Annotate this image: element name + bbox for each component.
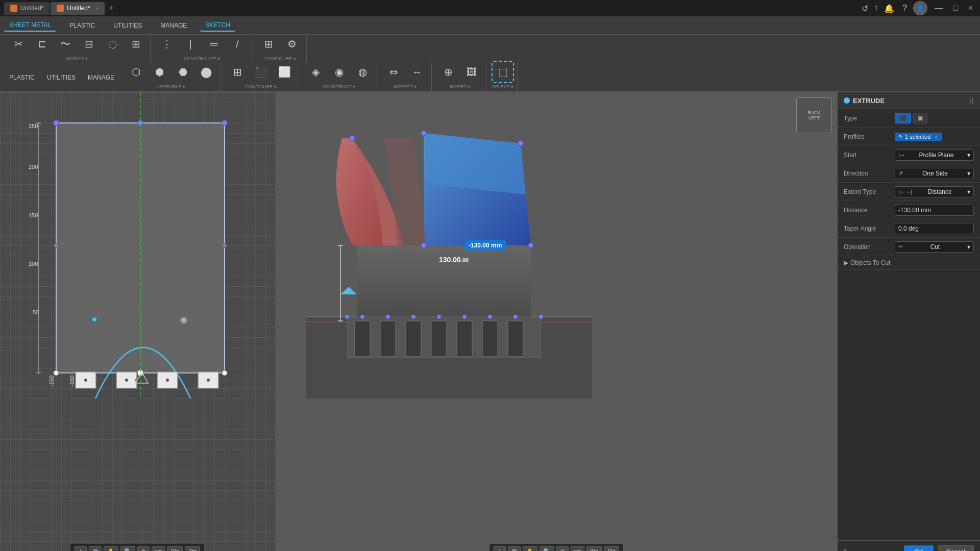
sketch-nav-btn1[interactable]: ⊹ — [75, 546, 87, 551]
close-button[interactable]: × — [965, 3, 976, 14]
sketch-grid-btn[interactable]: ⊞▾ — [167, 546, 183, 551]
sketch-display-btn[interactable]: □▾ — [152, 546, 165, 551]
fillet-tool[interactable]: ◌ — [101, 33, 124, 55]
insert-tool1[interactable]: ⊕ — [437, 61, 459, 83]
configure2-tool2[interactable]: ⬛ — [250, 61, 272, 83]
sketch-more-btn[interactable]: ⊡▾ — [185, 546, 200, 551]
insert-group: ⊕ 🖼 INSERT ▾ — [434, 63, 486, 91]
inspect-icon1: ⇔ — [389, 66, 398, 78]
toolbar-tab-utilities2[interactable]: UTILITIES — [42, 72, 81, 83]
assemble-tool2[interactable]: ⬢ — [148, 61, 170, 83]
inspect-tool2[interactable]: ↔ — [406, 61, 428, 83]
configure-group2-wrap: ⊞ ⬛ ⬜ CONFIGURE ▾ — [226, 63, 296, 91]
sketch-panel: 250 200 150 100 50 -150 -100 -50 ⊹ ▣ ✋ 🔍… — [0, 92, 276, 551]
inspect-tool1[interactable]: ⇔ — [382, 61, 405, 83]
sketch-zoom-btn[interactable]: 🔍 — [120, 546, 135, 551]
equal-tool[interactable]: ═ — [203, 33, 225, 55]
measurement-popup[interactable]: -130.00 mm — [464, 240, 506, 251]
profiles-badge[interactable]: ↖ 1 selected × — [895, 133, 942, 141]
profiles-clear-btn[interactable]: × — [935, 134, 938, 140]
user-avatar[interactable]: 👤 — [913, 1, 927, 15]
type-surface-btn[interactable]: ▣ — [913, 113, 927, 123]
construct-tool3[interactable]: ◍ — [351, 61, 374, 83]
3d-zoomfit-btn[interactable]: ⊕ — [556, 546, 569, 551]
cancel-button[interactable]: Cancel — [938, 545, 974, 551]
3d-pan-btn[interactable]: ✋ — [523, 546, 537, 551]
tab-untitled1[interactable]: Untitled* — [4, 2, 50, 15]
spline-tool[interactable]: 〜 — [54, 33, 77, 55]
refresh-button[interactable]: ↺ — [860, 2, 870, 15]
insert-tool2[interactable]: 🖼 — [460, 61, 483, 83]
tab-untitled2[interactable]: Untitled* × — [51, 2, 104, 15]
toolbar-tab-plastic2[interactable]: PLASTIC — [4, 72, 40, 83]
3d-more-btn[interactable]: ⊡▾ — [604, 546, 619, 551]
toolbar-tab-manage2[interactable]: MANAGE — [83, 72, 119, 83]
panel-expand-btn[interactable]: ⟩⟩ — [969, 96, 974, 105]
svg-point-53 — [345, 315, 349, 319]
configure2-tool1[interactable]: ⊞ — [226, 61, 249, 83]
offset-icon: ⊟ — [85, 38, 93, 50]
maximize-button[interactable]: □ — [950, 3, 961, 14]
assemble-tool4[interactable]: ⬤ — [195, 61, 217, 83]
grid-tool[interactable]: ⊞ — [257, 33, 280, 55]
3d-nav-btn2[interactable]: ▣ — [508, 546, 521, 551]
direction-dropdown[interactable]: ↗ One Side ▾ — [895, 168, 974, 179]
view3d-panel[interactable]: -130.00 mm 130.00.00 BACK LEFT ⊹ ▣ ✋ 🔍 ⊕… — [276, 92, 837, 551]
view3d-canvas[interactable]: -130.00 mm 130.00.00 BACK LEFT ⊹ ▣ ✋ 🔍 ⊕… — [276, 92, 837, 551]
type-solid-btn[interactable]: ⬛ — [895, 113, 911, 123]
start-dropdown[interactable]: |→ Profile Plane ▾ — [895, 149, 974, 161]
sketch-zoomfit-btn[interactable]: ⊕ — [137, 546, 150, 551]
notification-button[interactable]: 🔔 — [882, 2, 896, 15]
nav-cube[interactable]: BACK LEFT — [796, 97, 832, 133]
trim-tool[interactable]: ⊏ — [31, 33, 53, 55]
ok-button[interactable]: OK — [904, 545, 933, 551]
extent-type-dropdown[interactable]: |←→| Distance ▾ — [895, 186, 974, 197]
sketch-canvas[interactable]: 250 200 150 100 50 -150 -100 -50 ⊹ ▣ ✋ 🔍… — [0, 92, 275, 551]
extent-type-value: |←→| Distance ▾ — [895, 186, 974, 197]
fix-tool[interactable]: | — [179, 33, 202, 55]
minimize-button[interactable]: — — [932, 3, 946, 14]
sketch-pan-btn[interactable]: ✋ — [104, 546, 118, 551]
settings-tool[interactable]: ⚙ — [281, 33, 303, 55]
distance-input[interactable] — [895, 205, 974, 216]
assemble-tool3[interactable]: ⬣ — [172, 61, 194, 83]
toolbar-tab-sketch[interactable]: SKETCH — [200, 19, 235, 32]
taper-input[interactable] — [895, 223, 974, 234]
objects-to-cut-section[interactable]: ▶ Objects To Cut — [838, 256, 980, 270]
svg-point-41 — [421, 131, 426, 136]
operation-dropdown[interactable]: ✂ Cut ▾ — [895, 241, 974, 253]
toolbar-tab-sheetmetal[interactable]: SHEET METAL — [4, 19, 56, 32]
3d-display-btn[interactable]: □▾ — [571, 546, 584, 551]
select-group-wrap: ⬚ SELECT ▾ — [492, 63, 514, 91]
select-tool1[interactable]: ⬚ — [492, 61, 514, 83]
extent-type-arrow: ▾ — [967, 188, 970, 195]
toolbar-tab-utilities[interactable]: UTILITIES — [108, 20, 147, 31]
coincident-tool[interactable]: ⋮ — [156, 33, 178, 55]
toolbar-tab-manage[interactable]: MANAGE — [155, 20, 192, 31]
configure2-tool3[interactable]: ⬜ — [273, 61, 296, 83]
construct-tool2[interactable]: ◉ — [328, 61, 350, 83]
svg-rect-40 — [508, 321, 523, 357]
3d-nav-btn1[interactable]: ⊹ — [494, 546, 506, 551]
new-tab-button[interactable]: + — [106, 2, 117, 15]
start-dropdown-arrow: ▾ — [967, 152, 970, 159]
offset-tool[interactable]: ⊟ — [78, 33, 100, 55]
3d-zoom-btn[interactable]: 🔍 — [540, 546, 554, 551]
dim-m150: -150 — [48, 375, 55, 387]
tab-close-button[interactable]: × — [95, 6, 99, 11]
sketch-nav-btn2[interactable]: ▣ — [89, 546, 102, 551]
help-button[interactable]: ? — [900, 2, 909, 15]
extrude-title: EXTRUDE — [853, 97, 885, 105]
construct-tool1[interactable]: ◈ — [304, 61, 327, 83]
cut-tool[interactable]: ✂ — [7, 33, 30, 55]
collinear-tool[interactable]: / — [226, 33, 249, 55]
assemble-group-wrap: ⬡ ⬢ ⬣ ⬤ ASSEMBLE ▾ — [125, 63, 217, 91]
toolbar-tab-plastic[interactable]: PLASTIC — [64, 20, 100, 31]
info-icon[interactable]: ℹ — [844, 548, 846, 551]
operation-icon: ✂ — [898, 243, 903, 250]
svg-point-12 — [181, 317, 187, 323]
assemble-tool1[interactable]: ⬡ — [125, 61, 147, 83]
insert-tools: ⊕ 🖼 — [437, 61, 483, 83]
3d-grid-btn[interactable]: ⊞▾ — [586, 546, 602, 551]
mirror-tool[interactable]: ⊞ — [125, 33, 147, 55]
